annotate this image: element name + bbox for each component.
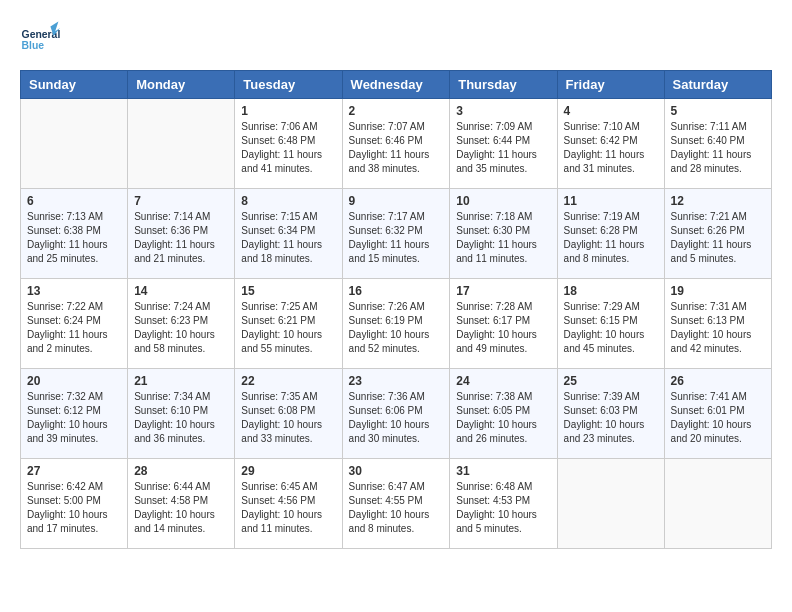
calendar-cell: 21Sunrise: 7:34 AMSunset: 6:10 PMDayligh… bbox=[128, 369, 235, 459]
day-info: Sunrise: 7:17 AMSunset: 6:32 PMDaylight:… bbox=[349, 210, 444, 266]
day-info: Sunrise: 6:42 AMSunset: 5:00 PMDaylight:… bbox=[27, 480, 121, 536]
calendar-cell: 18Sunrise: 7:29 AMSunset: 6:15 PMDayligh… bbox=[557, 279, 664, 369]
page-header: General Blue bbox=[20, 20, 772, 60]
day-number: 22 bbox=[241, 374, 335, 388]
calendar-week-row: 13Sunrise: 7:22 AMSunset: 6:24 PMDayligh… bbox=[21, 279, 772, 369]
calendar-cell: 31Sunrise: 6:48 AMSunset: 4:53 PMDayligh… bbox=[450, 459, 557, 549]
day-number: 24 bbox=[456, 374, 550, 388]
calendar-cell: 1Sunrise: 7:06 AMSunset: 6:48 PMDaylight… bbox=[235, 99, 342, 189]
calendar-week-row: 1Sunrise: 7:06 AMSunset: 6:48 PMDaylight… bbox=[21, 99, 772, 189]
calendar-cell: 9Sunrise: 7:17 AMSunset: 6:32 PMDaylight… bbox=[342, 189, 450, 279]
calendar-table: SundayMondayTuesdayWednesdayThursdayFrid… bbox=[20, 70, 772, 549]
day-info: Sunrise: 7:09 AMSunset: 6:44 PMDaylight:… bbox=[456, 120, 550, 176]
day-info: Sunrise: 6:45 AMSunset: 4:56 PMDaylight:… bbox=[241, 480, 335, 536]
day-info: Sunrise: 7:36 AMSunset: 6:06 PMDaylight:… bbox=[349, 390, 444, 446]
day-number: 6 bbox=[27, 194, 121, 208]
day-number: 23 bbox=[349, 374, 444, 388]
day-info: Sunrise: 6:44 AMSunset: 4:58 PMDaylight:… bbox=[134, 480, 228, 536]
calendar-cell: 12Sunrise: 7:21 AMSunset: 6:26 PMDayligh… bbox=[664, 189, 771, 279]
day-number: 13 bbox=[27, 284, 121, 298]
col-header-monday: Monday bbox=[128, 71, 235, 99]
day-number: 19 bbox=[671, 284, 765, 298]
col-header-thursday: Thursday bbox=[450, 71, 557, 99]
day-number: 4 bbox=[564, 104, 658, 118]
day-number: 28 bbox=[134, 464, 228, 478]
calendar-cell: 27Sunrise: 6:42 AMSunset: 5:00 PMDayligh… bbox=[21, 459, 128, 549]
calendar-cell: 23Sunrise: 7:36 AMSunset: 6:06 PMDayligh… bbox=[342, 369, 450, 459]
day-info: Sunrise: 6:48 AMSunset: 4:53 PMDaylight:… bbox=[456, 480, 550, 536]
day-number: 14 bbox=[134, 284, 228, 298]
day-number: 7 bbox=[134, 194, 228, 208]
day-info: Sunrise: 7:22 AMSunset: 6:24 PMDaylight:… bbox=[27, 300, 121, 356]
day-number: 26 bbox=[671, 374, 765, 388]
calendar-cell: 19Sunrise: 7:31 AMSunset: 6:13 PMDayligh… bbox=[664, 279, 771, 369]
calendar-cell: 2Sunrise: 7:07 AMSunset: 6:46 PMDaylight… bbox=[342, 99, 450, 189]
calendar-cell: 10Sunrise: 7:18 AMSunset: 6:30 PMDayligh… bbox=[450, 189, 557, 279]
calendar-cell: 8Sunrise: 7:15 AMSunset: 6:34 PMDaylight… bbox=[235, 189, 342, 279]
day-info: Sunrise: 7:24 AMSunset: 6:23 PMDaylight:… bbox=[134, 300, 228, 356]
day-number: 27 bbox=[27, 464, 121, 478]
calendar-cell: 14Sunrise: 7:24 AMSunset: 6:23 PMDayligh… bbox=[128, 279, 235, 369]
day-info: Sunrise: 7:32 AMSunset: 6:12 PMDaylight:… bbox=[27, 390, 121, 446]
day-number: 11 bbox=[564, 194, 658, 208]
calendar-cell: 11Sunrise: 7:19 AMSunset: 6:28 PMDayligh… bbox=[557, 189, 664, 279]
day-info: Sunrise: 7:28 AMSunset: 6:17 PMDaylight:… bbox=[456, 300, 550, 356]
svg-text:Blue: Blue bbox=[22, 40, 45, 51]
col-header-wednesday: Wednesday bbox=[342, 71, 450, 99]
calendar-cell: 15Sunrise: 7:25 AMSunset: 6:21 PMDayligh… bbox=[235, 279, 342, 369]
calendar-cell: 20Sunrise: 7:32 AMSunset: 6:12 PMDayligh… bbox=[21, 369, 128, 459]
day-info: Sunrise: 7:41 AMSunset: 6:01 PMDaylight:… bbox=[671, 390, 765, 446]
day-number: 3 bbox=[456, 104, 550, 118]
calendar-cell bbox=[21, 99, 128, 189]
calendar-cell bbox=[664, 459, 771, 549]
calendar-cell: 16Sunrise: 7:26 AMSunset: 6:19 PMDayligh… bbox=[342, 279, 450, 369]
day-number: 2 bbox=[349, 104, 444, 118]
calendar-cell: 17Sunrise: 7:28 AMSunset: 6:17 PMDayligh… bbox=[450, 279, 557, 369]
day-number: 1 bbox=[241, 104, 335, 118]
calendar-cell: 24Sunrise: 7:38 AMSunset: 6:05 PMDayligh… bbox=[450, 369, 557, 459]
day-info: Sunrise: 7:19 AMSunset: 6:28 PMDaylight:… bbox=[564, 210, 658, 266]
calendar-cell: 4Sunrise: 7:10 AMSunset: 6:42 PMDaylight… bbox=[557, 99, 664, 189]
day-info: Sunrise: 7:06 AMSunset: 6:48 PMDaylight:… bbox=[241, 120, 335, 176]
day-number: 20 bbox=[27, 374, 121, 388]
day-info: Sunrise: 7:15 AMSunset: 6:34 PMDaylight:… bbox=[241, 210, 335, 266]
calendar-cell: 30Sunrise: 6:47 AMSunset: 4:55 PMDayligh… bbox=[342, 459, 450, 549]
day-number: 31 bbox=[456, 464, 550, 478]
day-info: Sunrise: 7:29 AMSunset: 6:15 PMDaylight:… bbox=[564, 300, 658, 356]
day-number: 30 bbox=[349, 464, 444, 478]
day-info: Sunrise: 7:34 AMSunset: 6:10 PMDaylight:… bbox=[134, 390, 228, 446]
calendar-week-row: 27Sunrise: 6:42 AMSunset: 5:00 PMDayligh… bbox=[21, 459, 772, 549]
day-number: 15 bbox=[241, 284, 335, 298]
col-header-sunday: Sunday bbox=[21, 71, 128, 99]
calendar-cell: 5Sunrise: 7:11 AMSunset: 6:40 PMDaylight… bbox=[664, 99, 771, 189]
day-number: 25 bbox=[564, 374, 658, 388]
day-info: Sunrise: 7:26 AMSunset: 6:19 PMDaylight:… bbox=[349, 300, 444, 356]
calendar-cell bbox=[128, 99, 235, 189]
col-header-tuesday: Tuesday bbox=[235, 71, 342, 99]
calendar-cell: 3Sunrise: 7:09 AMSunset: 6:44 PMDaylight… bbox=[450, 99, 557, 189]
calendar-week-row: 6Sunrise: 7:13 AMSunset: 6:38 PMDaylight… bbox=[21, 189, 772, 279]
calendar-cell: 26Sunrise: 7:41 AMSunset: 6:01 PMDayligh… bbox=[664, 369, 771, 459]
day-number: 5 bbox=[671, 104, 765, 118]
calendar-cell: 22Sunrise: 7:35 AMSunset: 6:08 PMDayligh… bbox=[235, 369, 342, 459]
day-number: 29 bbox=[241, 464, 335, 478]
day-info: Sunrise: 7:25 AMSunset: 6:21 PMDaylight:… bbox=[241, 300, 335, 356]
day-info: Sunrise: 6:47 AMSunset: 4:55 PMDaylight:… bbox=[349, 480, 444, 536]
day-number: 18 bbox=[564, 284, 658, 298]
calendar-cell: 29Sunrise: 6:45 AMSunset: 4:56 PMDayligh… bbox=[235, 459, 342, 549]
calendar-cell bbox=[557, 459, 664, 549]
calendar-week-row: 20Sunrise: 7:32 AMSunset: 6:12 PMDayligh… bbox=[21, 369, 772, 459]
logo: General Blue bbox=[20, 20, 60, 60]
day-info: Sunrise: 7:35 AMSunset: 6:08 PMDaylight:… bbox=[241, 390, 335, 446]
logo-icon: General Blue bbox=[20, 20, 60, 60]
day-number: 9 bbox=[349, 194, 444, 208]
day-info: Sunrise: 7:14 AMSunset: 6:36 PMDaylight:… bbox=[134, 210, 228, 266]
calendar-cell: 28Sunrise: 6:44 AMSunset: 4:58 PMDayligh… bbox=[128, 459, 235, 549]
day-info: Sunrise: 7:39 AMSunset: 6:03 PMDaylight:… bbox=[564, 390, 658, 446]
day-info: Sunrise: 7:07 AMSunset: 6:46 PMDaylight:… bbox=[349, 120, 444, 176]
day-number: 17 bbox=[456, 284, 550, 298]
day-number: 16 bbox=[349, 284, 444, 298]
day-number: 12 bbox=[671, 194, 765, 208]
day-number: 8 bbox=[241, 194, 335, 208]
calendar-header-row: SundayMondayTuesdayWednesdayThursdayFrid… bbox=[21, 71, 772, 99]
